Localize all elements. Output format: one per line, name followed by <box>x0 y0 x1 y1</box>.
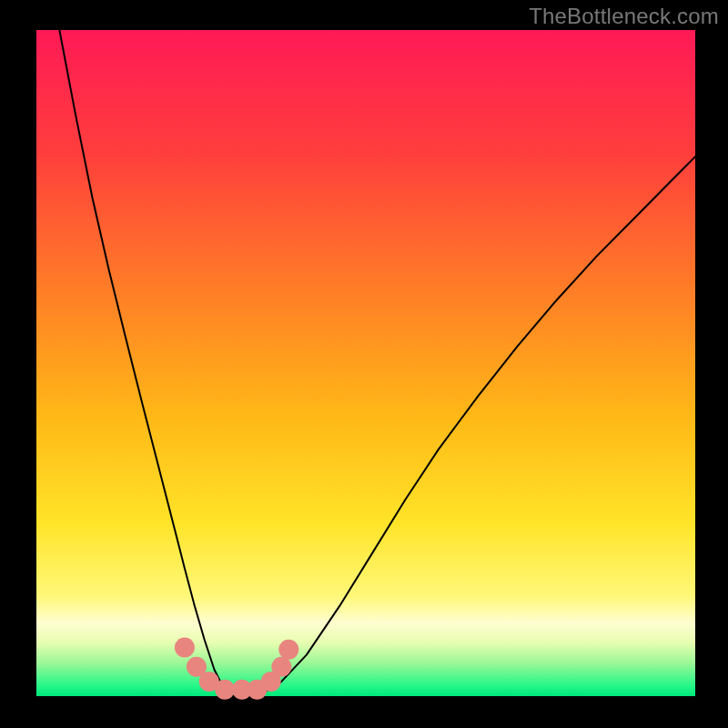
marker-dot <box>278 640 298 660</box>
plot-svg <box>0 0 728 728</box>
watermark-label: TheBottleneck.com <box>529 4 719 29</box>
marker-dot <box>215 680 235 700</box>
chart-frame: TheBottleneck.com <box>0 0 728 728</box>
marker-dot <box>175 638 195 658</box>
plot-background <box>36 30 695 696</box>
marker-dot <box>271 657 291 677</box>
